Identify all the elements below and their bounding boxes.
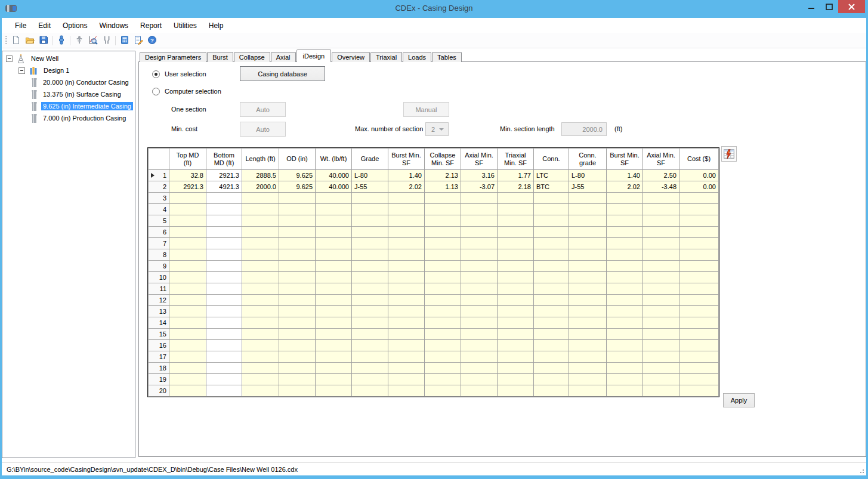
grid-cell[interactable]: [352, 363, 388, 374]
grid-cell[interactable]: 4921.3: [206, 181, 242, 193]
grid-cell[interactable]: [169, 351, 206, 363]
grid-cell[interactable]: [425, 363, 461, 374]
save-file-button[interactable]: [36, 34, 50, 47]
apply-button[interactable]: Apply: [723, 393, 755, 407]
grid-cell[interactable]: [169, 215, 206, 227]
grid-cell[interactable]: [607, 385, 643, 397]
minimize-button[interactable]: [802, 0, 820, 13]
grid-cell[interactable]: L-80: [352, 170, 388, 181]
row-header[interactable]: 6: [149, 227, 169, 238]
grid-cell[interactable]: [316, 215, 352, 227]
resize-grip[interactable]: [858, 468, 864, 474]
grid-cell[interactable]: [388, 227, 425, 238]
tree-item-20-000-in-conductor-casing[interactable]: 20.000 (in) Conductor Casing: [2, 76, 135, 88]
row-header[interactable]: 4: [149, 204, 169, 215]
grid-cell[interactable]: [352, 306, 388, 317]
grid-cell[interactable]: [534, 272, 569, 283]
tree-item-9-625-in-intermediate-casing[interactable]: 9.625 (in) Intermediate Casing: [2, 100, 135, 112]
grid-cell[interactable]: [534, 385, 569, 397]
grid-cell[interactable]: [206, 238, 242, 249]
grid-cell[interactable]: [388, 374, 425, 385]
grid-cell[interactable]: [242, 317, 279, 329]
grid-cell[interactable]: [242, 283, 279, 295]
grid-cell[interactable]: [242, 193, 279, 204]
grid-cell[interactable]: [534, 329, 569, 340]
grid-cell[interactable]: [242, 374, 279, 385]
grid-cell[interactable]: [643, 374, 679, 385]
grid-cell[interactable]: [461, 306, 498, 317]
tab-design-parameters[interactable]: Design Parameters: [140, 52, 206, 62]
grid-cell[interactable]: [498, 193, 534, 204]
tab-axial[interactable]: Axial: [271, 52, 296, 62]
tree-item-7-000-in-production-casing[interactable]: 7.000 (in) Production Casing: [2, 112, 135, 124]
column-header-axial-min-sf[interactable]: Axial Min. SF: [643, 149, 679, 170]
grid-cell[interactable]: 2921.3: [206, 170, 242, 181]
grid-cell[interactable]: [352, 272, 388, 283]
grid-cell[interactable]: 2.18: [498, 181, 534, 193]
grid-cell[interactable]: [169, 385, 206, 397]
grid-cell[interactable]: [534, 374, 569, 385]
grid-cell[interactable]: [607, 363, 643, 374]
grid-cell[interactable]: [388, 215, 425, 227]
grid-cell[interactable]: [169, 238, 206, 249]
grid-cell[interactable]: [388, 204, 425, 215]
grid-cell[interactable]: [425, 283, 461, 295]
grid-cell[interactable]: [569, 261, 607, 272]
grid-cell[interactable]: [534, 340, 569, 351]
column-header-od-in[interactable]: OD (in): [279, 149, 316, 170]
grid-cell[interactable]: [352, 295, 388, 306]
grid-cell[interactable]: [534, 227, 569, 238]
column-header-triaxial-min-sf[interactable]: Triaxial Min. SF: [498, 149, 534, 170]
grid-cell[interactable]: [461, 385, 498, 397]
grid-cell[interactable]: [679, 317, 719, 329]
grid-cell[interactable]: [461, 329, 498, 340]
menu-options[interactable]: Options: [57, 21, 93, 30]
grid-cell[interactable]: [607, 215, 643, 227]
grid-cell[interactable]: 2000.0: [242, 181, 279, 193]
help-button[interactable]: ?: [145, 34, 159, 47]
grid-cell[interactable]: [679, 363, 719, 374]
grid-cell[interactable]: [569, 283, 607, 295]
grid-cell[interactable]: 9.625: [279, 181, 316, 193]
grid-cell[interactable]: [425, 215, 461, 227]
grid-cell[interactable]: [242, 261, 279, 272]
grid-cell[interactable]: [352, 385, 388, 397]
grid-cell[interactable]: [316, 306, 352, 317]
grid-cell[interactable]: [679, 374, 719, 385]
tab-loads[interactable]: Loads: [403, 52, 431, 62]
grid-cell[interactable]: [279, 215, 316, 227]
grid-cell[interactable]: [643, 295, 679, 306]
grid-cell[interactable]: 1.13: [425, 181, 461, 193]
tab-triaxial[interactable]: Triaxial: [370, 52, 402, 62]
grid-cell[interactable]: [425, 317, 461, 329]
grid-cell[interactable]: 2.02: [388, 181, 425, 193]
column-header-grade[interactable]: Grade: [352, 149, 388, 170]
open-file-button[interactable]: [23, 34, 36, 47]
grid-cell[interactable]: [569, 249, 607, 261]
grid-cell[interactable]: [498, 329, 534, 340]
close-button[interactable]: [838, 0, 865, 13]
grid-cell[interactable]: [607, 340, 643, 351]
grid-cell[interactable]: [679, 193, 719, 204]
grid-cell[interactable]: [206, 295, 242, 306]
user-selection-radio[interactable]: User selection: [152, 69, 206, 79]
grid-cell[interactable]: [425, 385, 461, 397]
grid-cell[interactable]: [169, 363, 206, 374]
grid-cell[interactable]: [388, 329, 425, 340]
grid-cell[interactable]: [425, 340, 461, 351]
grid-cell[interactable]: [643, 215, 679, 227]
grid-cell[interactable]: [279, 385, 316, 397]
grid-cell[interactable]: [388, 351, 425, 363]
new-document-button[interactable]: [9, 34, 23, 47]
grid-cell[interactable]: [279, 227, 316, 238]
grid-cell[interactable]: [498, 374, 534, 385]
grid-cell[interactable]: [425, 295, 461, 306]
grid-cell[interactable]: [498, 363, 534, 374]
grid-cell[interactable]: [242, 351, 279, 363]
row-header-corner[interactable]: [149, 149, 169, 170]
grid-cell[interactable]: [242, 215, 279, 227]
grid-cell[interactable]: 32.8: [169, 170, 206, 181]
grid-cell[interactable]: [643, 283, 679, 295]
grid-cell[interactable]: [679, 249, 719, 261]
grid-cell[interactable]: [643, 351, 679, 363]
